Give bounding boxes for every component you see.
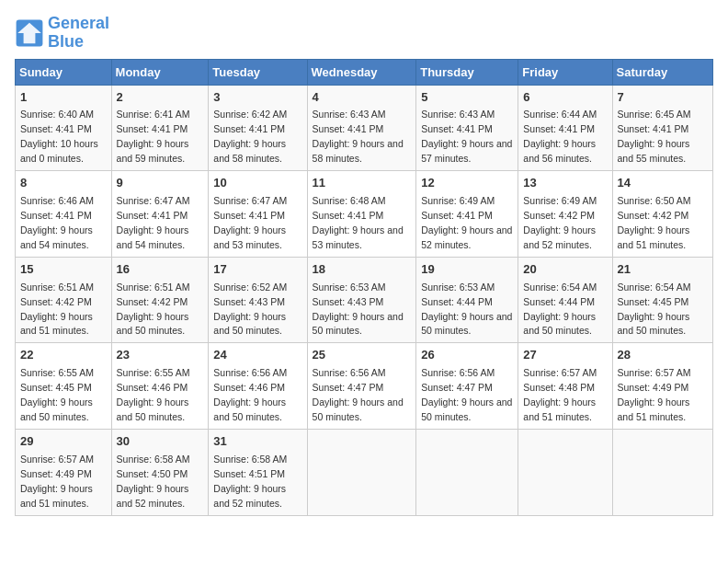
day-number: 14 [618,175,708,192]
day-number: 12 [421,175,513,192]
sunrise-info: Sunrise: 6:55 AM [117,367,190,378]
calendar-cell: 4Sunrise: 6:43 AMSunset: 4:41 PMDaylight… [307,85,416,171]
sunset-info: Sunset: 4:50 PM [117,468,188,479]
sunset-info: Sunset: 4:41 PM [20,123,92,134]
daylight-info: Daylight: 9 hours and 51 minutes. [20,311,93,337]
daylight-info: Daylight: 9 hours and 54 minutes. [20,224,93,250]
sunrise-info: Sunrise: 6:42 AM [213,109,287,120]
daylight-info: Daylight: 9 hours and 50 minutes. [117,311,189,337]
daylight-info: Daylight: 9 hours and 50 minutes. [618,311,690,337]
sunrise-info: Sunrise: 6:53 AM [313,282,386,293]
calendar-week-2: 8Sunrise: 6:46 AMSunset: 4:41 PMDaylight… [16,171,713,258]
sunset-info: Sunset: 4:41 PM [421,210,493,221]
calendar-body: 1Sunrise: 6:40 AMSunset: 4:41 PMDaylight… [16,85,713,515]
sunset-info: Sunset: 4:41 PM [313,210,384,221]
day-number: 21 [618,261,708,279]
calendar-cell: 10Sunrise: 6:47 AMSunset: 4:41 PMDayligh… [209,171,307,258]
day-header-sunday: Sunday [16,59,112,85]
day-number: 23 [117,347,204,364]
calendar-cell: 30Sunrise: 6:58 AMSunset: 4:50 PMDayligh… [111,429,209,515]
calendar-cell [416,429,518,515]
daylight-info: Daylight: 9 hours and 50 minutes. [313,396,404,422]
day-number: 15 [20,261,107,279]
calendar-week-4: 22Sunrise: 6:55 AMSunset: 4:45 PMDayligh… [16,343,713,430]
daylight-info: Daylight: 9 hours and 50 minutes. [421,311,512,337]
sunrise-info: Sunrise: 6:46 AM [20,195,94,206]
day-header-thursday: Thursday [416,59,518,85]
sunrise-info: Sunrise: 6:58 AM [213,454,287,465]
day-number: 1 [20,89,107,107]
sunrise-info: Sunrise: 6:54 AM [618,282,691,293]
day-number: 8 [20,175,107,192]
header: General Blue [15,15,713,52]
day-header-wednesday: Wednesday [307,59,416,85]
day-number: 30 [117,433,204,451]
daylight-info: Daylight: 9 hours and 57 minutes. [421,138,512,164]
daylight-info: Daylight: 9 hours and 58 minutes. [213,138,286,164]
calendar-cell: 17Sunrise: 6:52 AMSunset: 4:43 PMDayligh… [209,257,307,343]
sunset-info: Sunset: 4:44 PM [523,296,595,307]
daylight-info: Daylight: 9 hours and 53 minutes. [313,224,404,250]
day-number: 19 [421,261,513,279]
day-header-tuesday: Tuesday [209,59,307,85]
sunrise-info: Sunrise: 6:40 AM [20,109,94,120]
day-number: 6 [523,89,607,107]
daylight-info: Daylight: 9 hours and 52 minutes. [421,224,512,250]
daylight-info: Daylight: 9 hours and 52 minutes. [213,483,286,509]
sunrise-info: Sunrise: 6:55 AM [20,367,94,378]
sunrise-info: Sunrise: 6:45 AM [618,109,691,120]
sunrise-info: Sunrise: 6:49 AM [421,195,495,206]
sunrise-info: Sunrise: 6:51 AM [20,282,94,293]
sunrise-info: Sunrise: 6:58 AM [117,454,190,465]
calendar-cell: 5Sunrise: 6:43 AMSunset: 4:41 PMDaylight… [416,85,518,171]
daylight-info: Daylight: 9 hours and 51 minutes. [618,224,690,250]
sunrise-info: Sunrise: 6:53 AM [421,282,495,293]
sunrise-info: Sunrise: 6:57 AM [20,454,94,465]
logo-text: General Blue [48,15,109,52]
sunrise-info: Sunrise: 6:57 AM [523,367,597,378]
sunset-info: Sunset: 4:41 PM [313,123,384,134]
sunset-info: Sunset: 4:42 PM [523,210,595,221]
day-number: 11 [313,175,412,192]
day-header-saturday: Saturday [612,59,712,85]
calendar-cell: 24Sunrise: 6:56 AMSunset: 4:46 PMDayligh… [209,343,307,430]
logo: General Blue [15,15,109,52]
sunrise-info: Sunrise: 6:56 AM [213,367,287,378]
daylight-info: Daylight: 10 hours and 0 minutes. [20,138,98,164]
day-number: 16 [117,261,204,279]
sunset-info: Sunset: 4:43 PM [213,296,285,307]
daylight-info: Daylight: 9 hours and 59 minutes. [117,138,189,164]
day-number: 29 [20,433,107,451]
sunset-info: Sunset: 4:45 PM [618,296,689,307]
sunset-info: Sunset: 4:42 PM [117,296,188,307]
sunset-info: Sunset: 4:49 PM [618,382,689,393]
sunset-info: Sunset: 4:42 PM [20,296,92,307]
calendar-header-row: SundayMondayTuesdayWednesdayThursdayFrid… [16,59,713,85]
calendar-week-3: 15Sunrise: 6:51 AMSunset: 4:42 PMDayligh… [16,257,713,343]
sunrise-info: Sunrise: 6:50 AM [618,195,691,206]
calendar-cell: 3Sunrise: 6:42 AMSunset: 4:41 PMDaylight… [209,85,307,171]
sunset-info: Sunset: 4:41 PM [20,210,92,221]
daylight-info: Daylight: 9 hours and 50 minutes. [213,311,286,337]
day-number: 28 [618,347,708,364]
calendar-week-1: 1Sunrise: 6:40 AMSunset: 4:41 PMDaylight… [16,85,713,171]
sunset-info: Sunset: 4:41 PM [117,123,188,134]
sunset-info: Sunset: 4:45 PM [20,382,92,393]
sunset-info: Sunset: 4:41 PM [213,123,285,134]
sunrise-info: Sunrise: 6:54 AM [523,282,597,293]
daylight-info: Daylight: 9 hours and 50 minutes. [313,311,404,337]
sunset-info: Sunset: 4:49 PM [20,468,92,479]
sunrise-info: Sunrise: 6:41 AM [117,109,190,120]
calendar-cell: 7Sunrise: 6:45 AMSunset: 4:41 PMDaylight… [612,85,712,171]
day-number: 10 [213,175,301,192]
sunset-info: Sunset: 4:42 PM [618,210,689,221]
sunrise-info: Sunrise: 6:47 AM [213,195,287,206]
calendar-cell: 23Sunrise: 6:55 AMSunset: 4:46 PMDayligh… [111,343,209,430]
day-number: 27 [523,347,607,364]
day-number: 4 [313,89,412,107]
sunset-info: Sunset: 4:41 PM [213,210,285,221]
sunrise-info: Sunrise: 6:56 AM [421,367,495,378]
calendar-cell: 18Sunrise: 6:53 AMSunset: 4:43 PMDayligh… [307,257,416,343]
daylight-info: Daylight: 9 hours and 51 minutes. [618,396,690,422]
day-number: 13 [523,175,607,192]
